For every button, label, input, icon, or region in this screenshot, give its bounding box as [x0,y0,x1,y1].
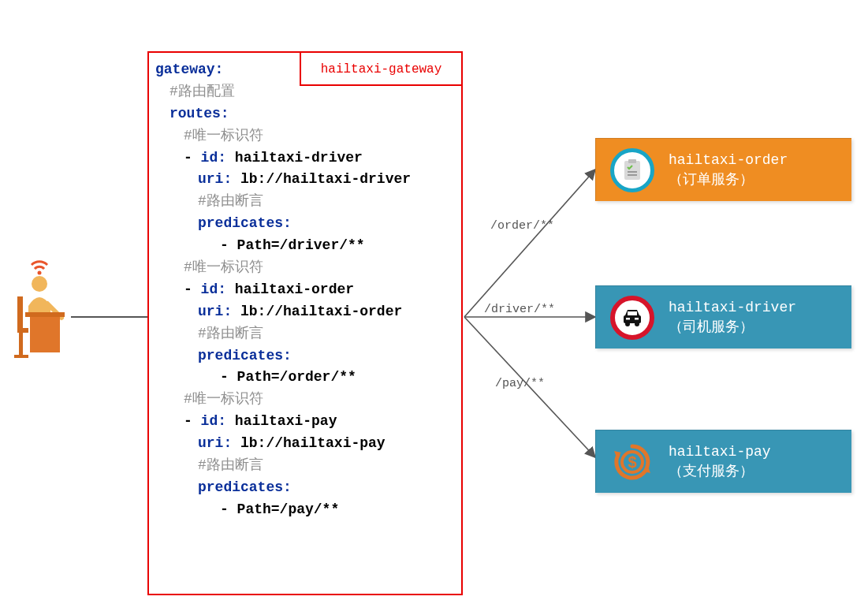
svg-rect-17 [628,311,637,315]
svc-pay-sub: （支付服务） [669,462,771,481]
service-box-order: hailtaxi-order （订单服务） [595,138,851,201]
svc-pay-name: hailtaxi-pay [669,442,771,461]
svg-rect-20 [626,318,630,320]
key-gateway: gateway: [155,62,223,77]
svg-rect-8 [17,296,23,328]
svg-rect-13 [628,159,636,163]
comment-id-2: #唯一标识符 [155,389,453,411]
comment-id-0: #唯一标识符 [155,125,453,147]
svg-rect-12 [624,161,640,180]
comment-pred-1: #路由断言 [155,323,453,345]
comment-routes: #路由配置 [155,81,453,103]
key-predicates-0: predicates: [155,213,453,235]
route-path-1: - Path=/order/** [155,367,453,389]
path-label-pay: /pay/** [495,377,545,390]
route-uri-0: uri: lb://hailtaxi-driver [155,169,453,191]
svc-order-sub: （订单服务） [669,170,788,189]
route-id-2: - id: hailtaxi-pay [155,411,453,433]
comment-pred-2: #路由断言 [155,455,453,477]
svg-rect-11 [14,355,28,358]
svg-rect-10 [19,333,23,356]
svg-line-1 [464,170,595,317]
svc-driver-sub: （司机服务） [669,318,796,337]
document-icon [610,148,654,192]
svg-point-19 [635,322,639,326]
key-predicates-2: predicates: [155,477,453,499]
svg-point-5 [32,276,47,292]
route-path-2: - Path=/pay/** [155,499,453,521]
svc-order-name: hailtaxi-order [669,151,788,170]
payment-icon: $ [610,440,654,484]
svg-rect-21 [635,318,639,320]
svg-point-4 [38,271,42,275]
svc-driver-name: hailtaxi-driver [669,298,796,317]
user-computer-icon [8,260,71,363]
route-path-0: - Path=/driver/** [155,235,453,257]
route-uri-1: uri: lb://hailtaxi-order [155,301,453,323]
service-box-driver: hailtaxi-driver （司机服务） [595,285,851,348]
service-box-pay: $ hailtaxi-pay （支付服务） [595,430,851,493]
route-id-1: - id: hailtaxi-order [155,279,453,301]
comment-id-1: #唯一标识符 [155,257,453,279]
route-uri-2: uri: lb://hailtaxi-pay [155,433,453,455]
comment-pred-0: #路由断言 [155,191,453,213]
svg-rect-9 [17,328,28,333]
key-routes: routes: [155,103,453,125]
svg-point-18 [625,322,630,326]
route-id-0: - id: hailtaxi-driver [155,147,453,170]
path-label-driver: /driver/** [484,303,555,316]
car-icon [610,296,654,340]
svg-rect-7 [30,317,60,352]
key-predicates-1: predicates: [155,345,453,367]
gateway-config-box: gateway: #路由配置 routes: #唯一标识符 - id: hail… [147,51,463,595]
path-label-order: /order/** [490,219,554,233]
svg-text:$: $ [628,453,636,471]
svg-rect-6 [25,312,65,317]
